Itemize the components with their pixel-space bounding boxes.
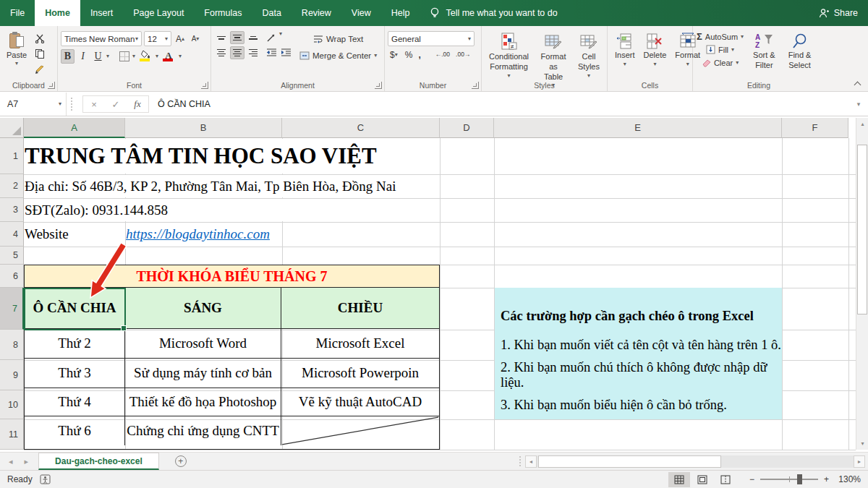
row-header-3[interactable]: 3 [0, 198, 24, 222]
orientation-button[interactable] [265, 31, 278, 44]
sort-filter-button[interactable]: AZ Sort & Filter [749, 30, 780, 73]
schedule-cell[interactable]: Chứng chỉ ứng dụng CNTT [125, 416, 281, 445]
underline-caret-icon[interactable]: ▾ [106, 53, 109, 59]
notes-item-2[interactable]: 2. Khi bạn muốn chú thích ô không được n… [495, 360, 782, 390]
zoom-slider[interactable] [760, 479, 818, 480]
increase-decimal-button[interactable]: ←.00 [435, 51, 451, 59]
zoom-out-button[interactable]: − [749, 474, 754, 484]
insert-cells-button[interactable]: Insert ▾ [610, 30, 639, 69]
align-center-button[interactable] [230, 46, 244, 59]
next-sheet-button[interactable]: ▸ [25, 457, 29, 466]
font-dialog-launcher[interactable] [201, 82, 208, 89]
italic-button[interactable]: I [76, 49, 90, 64]
find-select-button[interactable]: Find & Select [784, 30, 816, 73]
schedule-cell[interactable]: Thiết kế đồ họa Photoshop [125, 388, 281, 416]
decrease-decimal-button[interactable]: .00→ [455, 51, 471, 59]
cell-a2-address[interactable]: Địa chỉ: Số 46B/3, KP 2, Phường Tân Mai,… [25, 175, 439, 197]
website-link[interactable]: https://blogdaytinhoc.com [126, 226, 270, 242]
formula-input[interactable]: Ô CẦN CHIA [149, 93, 849, 116]
clipboard-dialog-launcher[interactable] [48, 82, 55, 89]
align-middle-button[interactable] [230, 31, 244, 44]
cancel-entry-button[interactable]: × [83, 99, 105, 110]
fill-color-button[interactable] [137, 49, 154, 64]
share-button[interactable]: Share [819, 0, 858, 26]
borders-button[interactable] [118, 50, 131, 63]
wrap-text-button[interactable]: Wrap Text [297, 31, 380, 46]
currency-button[interactable]: $▾ [388, 49, 400, 61]
font-color-button[interactable]: A [160, 49, 177, 64]
font-color-caret-icon[interactable]: ▾ [179, 53, 182, 59]
number-format-combo[interactable]: General ▾ [388, 31, 475, 46]
increase-indent-button[interactable] [279, 46, 292, 59]
scroll-down-button[interactable]: ▾ [856, 437, 868, 450]
schedule-cell[interactable]: Vẽ kỹ thuật AutoCAD [281, 388, 439, 416]
align-bottom-button[interactable] [246, 31, 260, 44]
page-break-preview-button[interactable] [715, 472, 736, 487]
tab-data[interactable]: Data [252, 0, 291, 26]
tab-help[interactable]: Help [381, 0, 420, 26]
tab-review[interactable]: Review [292, 0, 341, 26]
schedule-cell[interactable]: Microsoft Excel [281, 329, 439, 358]
comma-button[interactable]: , [417, 49, 421, 61]
row-header-8[interactable]: 8 [0, 330, 24, 360]
schedule-cell[interactable] [281, 416, 439, 445]
font-size-combo[interactable]: 12 ▾ [144, 31, 171, 46]
column-header-c[interactable]: C [282, 118, 440, 138]
format-painter-button[interactable] [33, 62, 46, 75]
column-header-b[interactable]: B [125, 118, 282, 138]
scroll-up-button[interactable]: ▴ [856, 118, 868, 130]
clear-button[interactable]: Clear ▾ [696, 56, 744, 69]
cut-button[interactable] [33, 32, 46, 45]
scroll-left-button[interactable]: ◂ [525, 455, 537, 468]
schedule-header-cell[interactable]: CHIỀU [281, 288, 439, 328]
tell-me-box[interactable]: Tell me what you want to do [430, 0, 557, 26]
schedule-cell[interactable]: Sử dụng máy tính cơ bản [125, 359, 281, 388]
alignment-dialog-launcher[interactable] [375, 82, 382, 89]
vertical-scroll-thumb[interactable] [857, 145, 867, 314]
accessibility-checker-icon[interactable] [40, 474, 51, 484]
vertical-scrollbar[interactable]: ▴ ▾ [856, 118, 868, 450]
merge-center-button[interactable]: Merge & Center ▾ [297, 48, 380, 63]
fill-caret-icon[interactable]: ▾ [156, 53, 158, 59]
cell-styles-button[interactable]: Cell Styles ▾ [574, 30, 604, 81]
schedule-cell[interactable]: Microsoft Powerpoin [281, 359, 439, 388]
tab-insert[interactable]: Insert [80, 0, 123, 26]
horizontal-scroll-thumb[interactable] [538, 455, 721, 468]
schedule-cell[interactable]: Microsoft Word [125, 329, 281, 358]
sheet-tab-active[interactable]: Dau-gach-cheo-excel [38, 453, 159, 470]
cell-a3-phone[interactable]: SĐT(Zalo): 0931.144.858 [25, 199, 439, 221]
column-header-e[interactable]: E [494, 118, 782, 138]
formula-bar-expand-button[interactable]: ▾ [849, 93, 868, 116]
collapse-ribbon-button[interactable] [854, 80, 861, 87]
row-header-10[interactable]: 10 [0, 390, 24, 419]
tab-home[interactable]: Home [35, 0, 80, 26]
row-header-4[interactable]: 4 [0, 222, 24, 247]
scroll-right-button[interactable]: ▸ [854, 455, 865, 468]
normal-view-button[interactable] [668, 472, 690, 487]
row-header-2[interactable]: 2 [0, 174, 24, 198]
row-header-7[interactable]: 7 [0, 288, 24, 330]
notes-title[interactable]: Các trường hợp cần gạch chéo ô trong Exc… [495, 288, 782, 330]
orientation-caret-icon[interactable]: ▾ [279, 31, 282, 44]
percent-button[interactable]: % [404, 49, 414, 61]
row-header-9[interactable]: 9 [0, 360, 24, 390]
row-header-11[interactable]: 11 [0, 419, 24, 450]
name-box[interactable]: A7 ▾ [0, 93, 67, 116]
row-header-5[interactable]: 5 [0, 247, 24, 265]
confirm-entry-button[interactable]: ✓ [105, 99, 127, 110]
schedule-cell[interactable]: Thứ 2 [25, 329, 125, 358]
prev-sheet-button[interactable]: ◂ [9, 457, 13, 466]
align-top-button[interactable] [214, 31, 229, 44]
schedule-cell[interactable]: Thứ 3 [25, 359, 125, 388]
bold-button[interactable]: B [61, 49, 75, 64]
number-dialog-launcher[interactable] [472, 82, 479, 89]
underline-button[interactable]: U [91, 49, 105, 64]
schedule-cell[interactable]: Thứ 4 [25, 388, 125, 416]
row-header-1[interactable]: 1 [0, 138, 24, 174]
schedule-header-cell[interactable]: SÁNG [125, 288, 281, 328]
add-sheet-button[interactable]: + [175, 455, 187, 467]
column-header-a[interactable]: A [24, 118, 125, 138]
font-name-combo[interactable]: Times New Roman ▾ [61, 31, 142, 46]
autosum-button[interactable]: Σ AutoSum ▾ [696, 30, 744, 43]
tab-page-layout[interactable]: Page Layout [123, 0, 194, 26]
